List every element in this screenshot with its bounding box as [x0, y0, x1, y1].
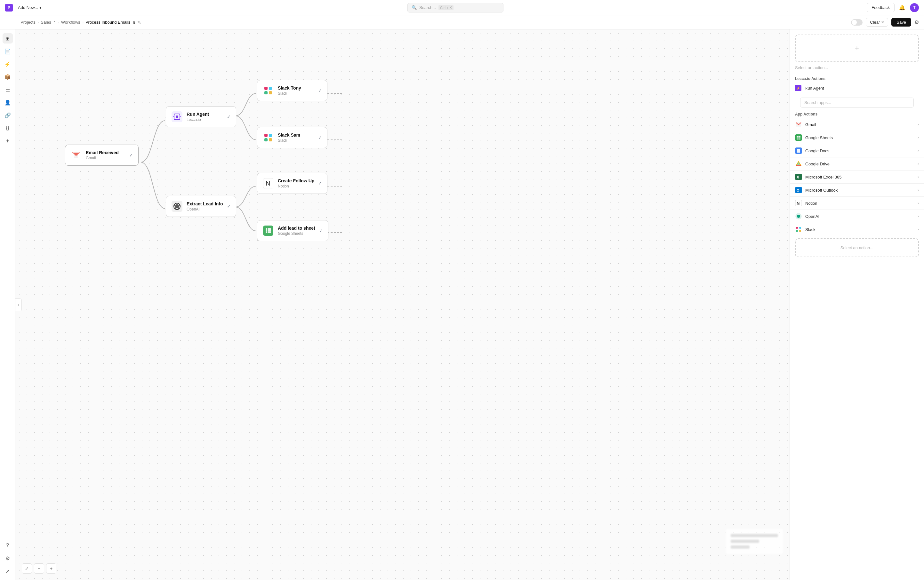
- search-box[interactable]: 🔍 Search... Ctrl + K: [408, 3, 503, 13]
- sep2: ›: [58, 20, 59, 25]
- node-email-received[interactable]: Email Received Gmail ✓: [65, 145, 139, 166]
- node-slack-tony-subtitle: Slack: [278, 91, 314, 96]
- sidebar-icon-braces[interactable]: {}: [3, 123, 13, 133]
- settings-icon[interactable]: ⚙: [914, 19, 919, 25]
- sidebar-icon-link[interactable]: 🔗: [3, 110, 13, 120]
- canvas[interactable]: ‹: [15, 30, 790, 580]
- sidebar-icon-list[interactable]: ☰: [3, 84, 13, 95]
- google-docs-icon: [795, 147, 802, 154]
- node-slack-tony[interactable]: Slack Tony Slack ✓: [257, 80, 327, 101]
- app-item-gmail[interactable]: Gmail ›: [790, 118, 924, 131]
- chevron-down-icon: ⌃: [53, 21, 56, 24]
- node-email-received-subtitle: Gmail: [86, 156, 125, 160]
- app-item-slack[interactable]: Slack ›: [790, 222, 924, 236]
- app-item-notion[interactable]: N Notion ›: [790, 196, 924, 209]
- app-actions-label: App Actions: [790, 109, 924, 118]
- node-slack-tony-info: Slack Tony Slack: [278, 86, 314, 96]
- app-item-excel[interactable]: X Microsoft Excel 365 ›: [790, 170, 924, 183]
- chevron-icon: ›: [917, 175, 919, 179]
- panel-scrollable: Lecca.io Actions ⚡ Run Agent App Actions…: [790, 73, 924, 580]
- app-item-google-docs[interactable]: Google Docs ›: [790, 144, 924, 157]
- app-item-google-sheets[interactable]: Google Sheets ›: [790, 131, 924, 144]
- chevron-icon: ›: [917, 188, 919, 192]
- notification-icon[interactable]: 🔔: [898, 4, 906, 12]
- add-new-button[interactable]: Add New... ▾: [15, 4, 44, 11]
- svg-text:N: N: [266, 180, 270, 187]
- svg-point-3: [176, 115, 178, 118]
- topbar-search-area: 🔍 Search... Ctrl + K: [48, 3, 863, 13]
- svg-rect-48: [796, 227, 798, 229]
- svg-rect-11: [264, 87, 267, 90]
- feedback-button[interactable]: Feedback: [867, 3, 894, 12]
- breadcrumb-projects[interactable]: Projects: [20, 20, 36, 25]
- sidebar-icon-person[interactable]: 👤: [3, 97, 13, 107]
- svg-rect-16: [264, 134, 267, 137]
- sidebar-icon-file[interactable]: 📄: [3, 46, 13, 56]
- google-sheets-icon: [262, 225, 274, 236]
- search-apps-input[interactable]: [800, 97, 914, 107]
- sidebar-icon-box[interactable]: 📦: [3, 72, 13, 82]
- slack-icon: [262, 85, 274, 96]
- sidebar-icon-star[interactable]: ✦: [3, 136, 13, 146]
- save-button[interactable]: Save: [891, 18, 911, 26]
- zoom-out-button[interactable]: −: [34, 564, 44, 573]
- node-slack-sam[interactable]: Slack Sam Slack ✓: [257, 127, 327, 148]
- notion-label: Notion: [805, 201, 817, 206]
- slack-icon: [262, 132, 274, 143]
- clear-button[interactable]: Clear ✕: [866, 18, 888, 26]
- node-add-lead-title: Add lead to sheet: [278, 226, 315, 231]
- node-add-lead-to-sheet[interactable]: Add lead to sheet Google Sheets ✓: [257, 220, 328, 241]
- node-slack-sam-info: Slack Sam Slack: [278, 132, 314, 143]
- excel-icon: X: [795, 173, 802, 180]
- check-icon: ✓: [319, 228, 323, 233]
- check-icon: ✓: [227, 204, 231, 209]
- node-run-agent[interactable]: Run Agent Lecca.io ✓: [166, 106, 236, 127]
- select-action-bottom: Select an action...: [795, 238, 919, 257]
- gmail-icon: [795, 121, 802, 128]
- app-logo: P: [5, 4, 13, 12]
- run-agent-label: Run Agent: [805, 86, 824, 91]
- node-create-follow-up[interactable]: N Create Follow Up Notion ✓: [257, 173, 327, 194]
- node-extract-lead[interactable]: Extract Lead Info OpenAI ✓: [166, 196, 236, 217]
- svg-rect-19: [269, 138, 272, 142]
- search-apps-wrapper: [790, 94, 924, 109]
- node-add-lead-subtitle: Google Sheets: [278, 231, 315, 236]
- check-icon: ✓: [227, 114, 231, 119]
- zoom-in-button[interactable]: +: [46, 564, 56, 573]
- chevron-selector-icon[interactable]: ⇅: [133, 21, 135, 24]
- chevron-icon: ›: [917, 135, 919, 140]
- breadcrumb-sales[interactable]: Sales ⌃: [41, 20, 56, 25]
- run-agent-item[interactable]: ⚡ Run Agent: [790, 82, 924, 94]
- slack-label: Slack: [805, 227, 815, 232]
- sidebar-icon-send[interactable]: ↗: [3, 566, 13, 576]
- app-item-openai[interactable]: OpenAI ›: [790, 209, 924, 222]
- svg-rect-50: [796, 230, 798, 232]
- avatar[interactable]: T: [910, 3, 919, 12]
- sidebar-icon-share[interactable]: ⚡: [3, 59, 13, 69]
- add-action-box-top[interactable]: +: [795, 35, 919, 62]
- gmail-icon: [70, 149, 82, 161]
- edit-icon[interactable]: ✎: [137, 20, 141, 25]
- sidebar-bottom: ? ⚙ ↗: [3, 540, 13, 576]
- sidebar-icon-grid[interactable]: ⊞: [3, 33, 13, 43]
- toolbar: Clear ✕ Save ⚙: [851, 18, 919, 26]
- main-layout: ⊞ 📄 ⚡ 📦 ☰ 👤 🔗 {} ✦ ? ⚙ ↗ ‹: [0, 30, 924, 580]
- app-item-google-drive[interactable]: Google Drive ›: [790, 157, 924, 170]
- sidebar-icon-settings[interactable]: ⚙: [3, 553, 13, 564]
- sep1: ›: [38, 20, 39, 25]
- svg-point-47: [797, 215, 800, 218]
- sidebar-icon-help[interactable]: ?: [3, 540, 13, 550]
- app-item-outlook[interactable]: O Microsoft Outlook ›: [790, 183, 924, 196]
- excel-label: Microsoft Excel 365: [805, 175, 842, 180]
- connections-svg: [15, 30, 790, 580]
- toggle-switch[interactable]: [851, 19, 863, 26]
- node-add-lead-info: Add lead to sheet Google Sheets: [278, 226, 315, 236]
- fit-view-button[interactable]: ⤢: [22, 564, 32, 573]
- blur-line-2: [731, 540, 759, 543]
- breadcrumb-workflows[interactable]: Workflows: [61, 20, 80, 25]
- slack-icon: [795, 226, 802, 233]
- blur-line-3: [731, 545, 749, 549]
- run-agent-icon: [171, 111, 183, 122]
- canvas-controls: ⤢ − +: [22, 564, 56, 573]
- collapse-handle[interactable]: ‹: [15, 298, 22, 311]
